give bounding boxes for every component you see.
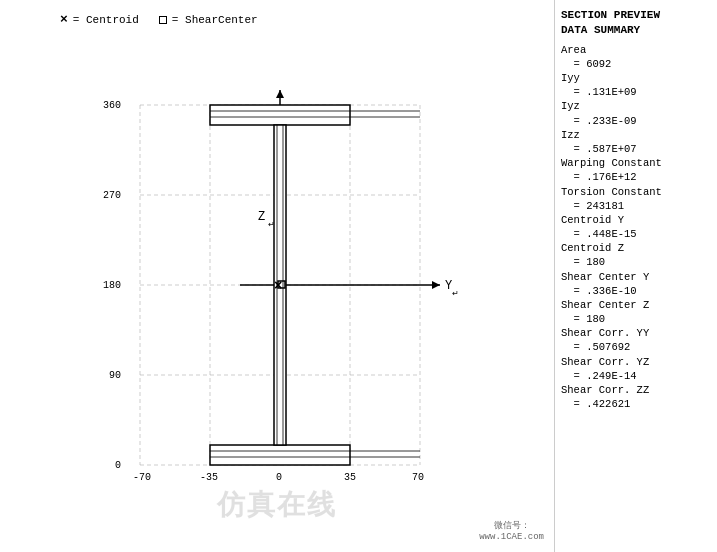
data-row-5: Torsion Constant = 243181 xyxy=(561,185,711,213)
svg-text:0: 0 xyxy=(115,460,121,471)
data-row-0: Area = 6092 xyxy=(561,43,711,71)
data-row-3: Izz = .587E+07 xyxy=(561,128,711,156)
svg-text:35: 35 xyxy=(344,472,356,483)
data-summary-panel: SECTION PREVIEW DATA SUMMARY Area = 6092… xyxy=(555,0,717,552)
svg-text:-35: -35 xyxy=(200,472,218,483)
row-label-9: Shear Center Z xyxy=(561,298,711,312)
svg-rect-18 xyxy=(210,105,350,125)
row-value-4: = .176E+12 xyxy=(561,170,711,184)
data-row-4: Warping Constant = .176E+12 xyxy=(561,156,711,184)
data-rows: Area = 6092Iyy = .131E+09Iyz = .233E-09I… xyxy=(561,43,711,411)
row-label-0: Area xyxy=(561,43,711,57)
row-label-12: Shear Corr. ZZ xyxy=(561,383,711,397)
data-row-7: Centroid Z = 180 xyxy=(561,241,711,269)
row-label-8: Shear Center Y xyxy=(561,270,711,284)
row-label-1: Iyy xyxy=(561,71,711,85)
section-svg: Y ↵ Z ↵ × -70 -35 0 xyxy=(0,0,555,552)
bottom-url: 微信号： www.1CAE.com xyxy=(479,519,544,542)
svg-text:270: 270 xyxy=(103,190,121,201)
panel-title: SECTION PREVIEW DATA SUMMARY xyxy=(561,8,711,39)
row-value-9: = 180 xyxy=(561,312,711,326)
svg-rect-21 xyxy=(210,445,350,465)
row-label-2: Iyz xyxy=(561,99,711,113)
url-text: www.1CAE.com xyxy=(479,532,544,542)
svg-text:0: 0 xyxy=(276,472,282,483)
row-label-6: Centroid Y xyxy=(561,213,711,227)
row-value-1: = .131E+09 xyxy=(561,85,711,99)
svg-text:↵: ↵ xyxy=(452,289,459,298)
svg-text:90: 90 xyxy=(109,370,121,381)
row-label-7: Centroid Z xyxy=(561,241,711,255)
row-label-3: Izz xyxy=(561,128,711,142)
data-row-12: Shear Corr. ZZ = .422621 xyxy=(561,383,711,411)
row-value-7: = 180 xyxy=(561,255,711,269)
row-value-6: = .448E-15 xyxy=(561,227,711,241)
svg-text:360: 360 xyxy=(103,100,121,111)
row-value-2: = .233E-09 xyxy=(561,114,711,128)
data-row-6: Centroid Y = .448E-15 xyxy=(561,213,711,241)
row-value-3: = .587E+07 xyxy=(561,142,711,156)
svg-text:-70: -70 xyxy=(133,472,151,483)
section-preview-panel: × = Centroid = ShearCenter Y ↵ xyxy=(0,0,555,552)
row-label-5: Torsion Constant xyxy=(561,185,711,199)
row-value-10: = .507692 xyxy=(561,340,711,354)
svg-text:70: 70 xyxy=(412,472,424,483)
row-value-12: = .422621 xyxy=(561,397,711,411)
wechat-text: 微信号： xyxy=(479,519,544,532)
data-row-11: Shear Corr. YZ = .249E-14 xyxy=(561,355,711,383)
row-value-11: = .249E-14 xyxy=(561,369,711,383)
row-label-4: Warping Constant xyxy=(561,156,711,170)
svg-marker-11 xyxy=(432,281,440,289)
data-row-2: Iyz = .233E-09 xyxy=(561,99,711,127)
data-row-8: Shear Center Y = .336E-10 xyxy=(561,270,711,298)
svg-text:180: 180 xyxy=(103,280,121,291)
data-row-9: Shear Center Z = 180 xyxy=(561,298,711,326)
data-row-1: Iyy = .131E+09 xyxy=(561,71,711,99)
row-value-0: = 6092 xyxy=(561,57,711,71)
svg-marker-15 xyxy=(276,90,284,98)
row-value-8: = .336E-10 xyxy=(561,284,711,298)
row-label-11: Shear Corr. YZ xyxy=(561,355,711,369)
svg-text:Z: Z xyxy=(258,210,265,224)
data-row-10: Shear Corr. YY = .507692 xyxy=(561,326,711,354)
row-label-10: Shear Corr. YY xyxy=(561,326,711,340)
row-value-5: = 243181 xyxy=(561,199,711,213)
